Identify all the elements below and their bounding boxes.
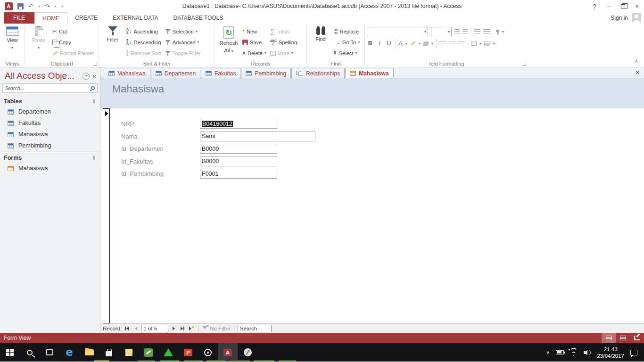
bullets-button[interactable]	[454, 29, 460, 34]
volume-icon[interactable]: )	[584, 350, 591, 355]
doc-tab-relationships[interactable]: Relationships	[291, 68, 345, 78]
access-taskbar-button[interactable]: A	[218, 343, 238, 362]
first-record-button[interactable]	[123, 325, 131, 332]
nav-pane-menu-icon[interactable]: ▾	[83, 73, 90, 80]
tab-home[interactable]: HOME	[34, 12, 67, 24]
refresh-all-button[interactable]: ↻ Refresh All ▾	[217, 25, 240, 54]
gridlines-button[interactable]	[471, 41, 477, 46]
paste-button[interactable]: Paste ▾	[27, 25, 50, 51]
customize-qat-icon[interactable]: ▾	[61, 4, 63, 8]
undo-dropdown-icon[interactable]: ▾	[38, 4, 40, 8]
copy-button[interactable]: Copy	[50, 37, 96, 48]
tab-create[interactable]: CREATE	[67, 12, 105, 24]
minimize-button[interactable]: –	[602, 0, 616, 12]
field-input-id-pembimbing[interactable]: F0001	[200, 169, 277, 179]
font-size-combo[interactable]: ▾	[431, 27, 452, 36]
drawing-app-button[interactable]	[139, 343, 158, 362]
numbering-button[interactable]	[462, 29, 468, 34]
format-painter-button[interactable]: Format Painter	[50, 48, 96, 58]
selection-button[interactable]: Selection▾	[163, 26, 203, 37]
sign-in-area[interactable]: Sign in	[611, 12, 644, 24]
find-button[interactable]: Find	[309, 25, 332, 42]
font-color-button[interactable]: A	[398, 40, 403, 47]
more-button[interactable]: More▾	[268, 48, 299, 58]
nav-search-box[interactable]: Search...	[2, 83, 98, 93]
record-selector-bar[interactable]	[103, 108, 110, 323]
select-button[interactable]: Select▾	[332, 48, 362, 58]
text-formatting-dialog-launcher-icon[interactable]	[522, 62, 526, 66]
alternate-row-color-button[interactable]	[484, 41, 490, 46]
advanced-button[interactable]: Advanced▾	[163, 37, 203, 48]
nav-item-departemen[interactable]: Departemen	[0, 106, 100, 117]
store-button[interactable]	[99, 343, 119, 362]
restore-button[interactable]	[616, 0, 630, 12]
align-center-button[interactable]	[449, 41, 455, 46]
ascending-button[interactable]: AZ↓ Ascending	[124, 26, 163, 37]
redo-icon[interactable]: ↷	[45, 3, 50, 9]
doc-tab-mahasiswa-form[interactable]: Mahasiswa	[345, 68, 393, 78]
record-search-input[interactable]: Search	[238, 325, 272, 332]
wifi-icon[interactable]: *	[570, 349, 578, 355]
save-icon[interactable]	[17, 3, 24, 9]
direction-dropdown-icon[interactable]: ▾	[502, 30, 504, 34]
collapse-group-icon[interactable]: ∧∧	[92, 99, 95, 104]
search-icon[interactable]	[91, 86, 95, 90]
save-record-button[interactable]: Save	[240, 37, 268, 48]
doc-tab-pembimbing[interactable]: Pembimbing	[241, 68, 291, 78]
action-center-icon[interactable]	[630, 350, 637, 355]
design-view-button[interactable]	[630, 333, 644, 343]
highlight-color-button[interactable]	[410, 41, 416, 46]
tab-external-data[interactable]: EXTERNAL DATA	[105, 12, 165, 24]
cut-button[interactable]: ✂Cut	[50, 26, 96, 37]
redo-dropdown-icon[interactable]: ▾	[55, 4, 57, 8]
nav-group-tables[interactable]: Tables ∧∧	[0, 95, 100, 106]
taskbar-search-button[interactable]	[20, 343, 40, 362]
align-left-button[interactable]	[439, 41, 446, 46]
view-button[interactable]: View ▾	[2, 25, 23, 51]
doc-tab-fakultas[interactable]: Fakultas	[201, 68, 240, 78]
descending-button[interactable]: ZA↓ Descending	[124, 37, 163, 48]
circle-app-button[interactable]	[198, 343, 218, 362]
clipboard-dialog-launcher-icon[interactable]	[93, 62, 97, 66]
nav-pane-collapse-icon[interactable]: «	[92, 72, 96, 80]
nav-item-mahasiswa[interactable]: Mahasiswa	[0, 129, 100, 140]
filter-button[interactable]: Filter	[101, 25, 124, 43]
background-color-button[interactable]	[423, 41, 429, 46]
form-view-button[interactable]	[602, 333, 616, 343]
replace-button[interactable]: abacReplace	[332, 26, 362, 37]
toggle-filter-button[interactable]: Toggle Filter	[163, 48, 203, 58]
record-position-box[interactable]: 1 of 5	[141, 325, 168, 332]
new-blank-record-button[interactable]: *	[188, 325, 195, 332]
previous-record-button[interactable]	[132, 325, 140, 332]
file-explorer-button[interactable]	[79, 343, 99, 362]
last-record-button[interactable]	[179, 325, 186, 332]
totals-button[interactable]: ∑Totals	[268, 26, 299, 37]
nav-item-fakultas[interactable]: Fakultas	[0, 117, 100, 129]
no-filter-button[interactable]: No Filter	[202, 326, 230, 331]
nav-group-forms[interactable]: Forms ∧∧	[0, 151, 100, 163]
green-triangle-app-button[interactable]	[158, 343, 178, 362]
task-view-button[interactable]	[40, 343, 59, 362]
field-input-id-fakultas[interactable]: B0000	[200, 156, 277, 166]
tab-file[interactable]: FILE	[4, 12, 34, 24]
italic-button[interactable]: I	[376, 40, 383, 47]
paint-button[interactable]	[238, 343, 257, 362]
doc-tab-departemen[interactable]: Departemen	[151, 68, 200, 78]
show-hidden-icons-button[interactable]: ∧	[546, 350, 550, 355]
nav-item-form-mahasiswa[interactable]: Mahasiswa	[0, 163, 100, 174]
undo-icon[interactable]: ↶	[28, 3, 33, 9]
field-input-nrp[interactable]: B04160012	[200, 119, 277, 129]
help-button[interactable]: ?	[587, 0, 602, 12]
close-button[interactable]: ×	[630, 0, 644, 12]
field-input-nama[interactable]: Sami	[200, 132, 315, 141]
field-input-id-departemen[interactable]: B0000	[200, 144, 277, 154]
delete-record-button[interactable]: ×Delete▾	[240, 48, 268, 58]
increase-indent-button[interactable]	[483, 29, 490, 34]
collapse-ribbon-icon[interactable]: ∧	[635, 58, 638, 64]
remove-sort-button[interactable]: AZ Remove Sort	[124, 48, 163, 58]
collapse-group-icon[interactable]: ∧∧	[92, 156, 95, 160]
decrease-indent-button[interactable]	[474, 29, 480, 34]
next-record-button[interactable]	[170, 325, 177, 332]
edge-button[interactable]: e	[59, 343, 79, 362]
close-document-icon[interactable]: ×	[636, 69, 639, 76]
